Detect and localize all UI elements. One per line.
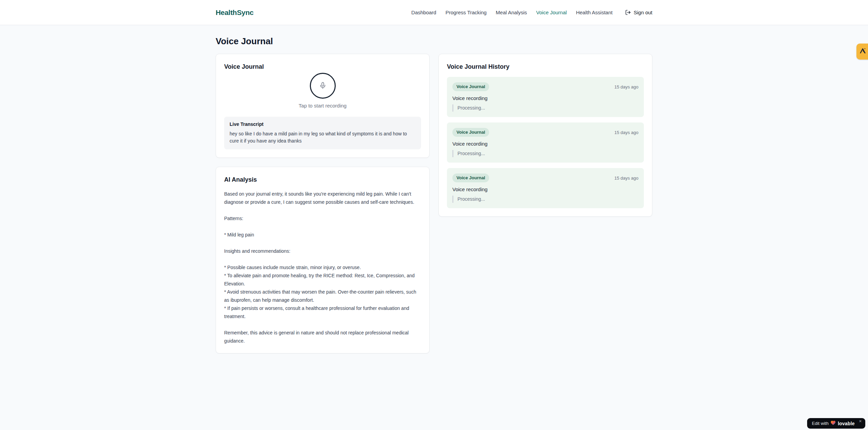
entry-type-badge: Voice Journal [452,128,489,137]
entry-body-text: Voice recording [452,141,638,147]
entry-type-badge: Voice Journal [452,82,489,91]
record-button[interactable] [310,73,336,99]
history-entry: Voice Journal 15 days ago Voice recordin… [447,168,644,208]
sign-out-button[interactable]: Sign out [625,10,652,15]
live-transcript-box: Live Transcript hey so like I do have a … [224,117,421,149]
top-navbar: HealthSync Dashboard Progress Tracking M… [0,0,868,25]
entry-body-text: Voice recording [452,95,638,101]
edge-extension-badge[interactable] [856,44,868,60]
entry-processing-status: Processing... [452,196,638,203]
main-nav: Dashboard Progress Tracking Meal Analysi… [411,10,652,15]
nav-item-voice-journal[interactable]: Voice Journal [536,10,567,15]
lambda-logo-icon [859,47,866,56]
entry-processing-status: Processing... [452,150,638,157]
nav-item-meal-analysis[interactable]: Meal Analysis [496,10,527,15]
history-entry: Voice Journal 15 days ago Voice recordin… [447,77,644,117]
entry-processing-status: Processing... [452,104,638,112]
live-transcript-text: hey so like I do have a mild pain in my … [230,130,416,145]
ai-analysis-card: AI Analysis Based on your journal entry,… [216,167,430,353]
history-card-title: Voice Journal History [447,62,644,71]
nav-item-progress-tracking[interactable]: Progress Tracking [446,10,487,15]
edit-with-label: Edit with [812,421,829,426]
nav-item-health-assistant[interactable]: Health Assistant [576,10,613,15]
sign-out-label: Sign out [634,10,652,15]
tap-to-record-hint: Tap to start recording [299,103,347,109]
entry-timestamp: 15 days ago [614,130,638,135]
page-title: Voice Journal [216,36,652,47]
voice-recorder-card: Voice Journal Tap to start recording [216,54,430,158]
page-content: Voice Journal Voice Journal [216,36,652,374]
microphone-icon [319,82,327,90]
brand-logo[interactable]: HealthSync [216,9,253,17]
recorder-card-title: Voice Journal [224,62,421,71]
close-icon[interactable]: ✕ [859,419,862,424]
ai-analysis-body: Based on your journal entry, it sounds l… [224,190,421,345]
entry-timestamp: 15 days ago [614,84,638,89]
live-transcript-title: Live Transcript [230,121,416,127]
history-entry: Voice Journal 15 days ago Voice recordin… [447,122,644,163]
ai-analysis-title: AI Analysis [224,175,421,184]
edit-with-lovable-button[interactable]: Edit with lovable ✕ [807,418,865,429]
nav-item-dashboard[interactable]: Dashboard [411,10,436,15]
voice-journal-history-card: Voice Journal History Voice Journal 15 d… [438,54,652,217]
entry-type-badge: Voice Journal [452,173,489,182]
lovable-brand-label: lovable [838,421,855,426]
entry-body-text: Voice recording [452,186,638,192]
entry-timestamp: 15 days ago [614,176,638,181]
heart-icon [831,420,836,427]
logout-icon [625,10,631,15]
